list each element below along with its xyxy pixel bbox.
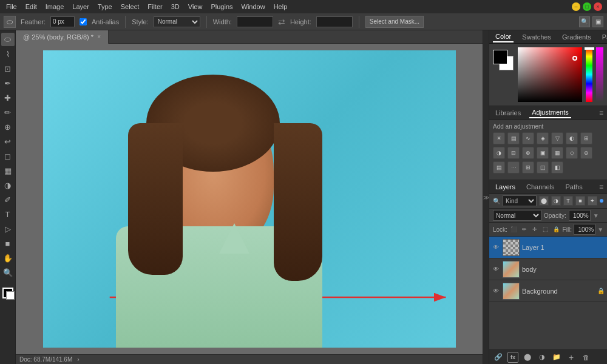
adj-levels[interactable]: ▤ — [507, 132, 520, 144]
hand-tool[interactable]: ✋ — [1, 251, 15, 265]
menu-layer[interactable]: Layer — [69, 2, 93, 12]
lock-pixels-btn[interactable]: ⬛ — [509, 224, 518, 234]
tab-libraries[interactable]: Libraries — [493, 108, 523, 118]
add-adjustment-btn[interactable]: ◑ — [537, 352, 548, 363]
opacity-input[interactable] — [569, 210, 591, 221]
fg-bg-swatches[interactable] — [493, 50, 514, 72]
adj-bw[interactable]: ◑ — [493, 147, 505, 159]
document-tab[interactable]: @ 25% (body, RGB/8) * × — [16, 30, 109, 44]
lock-transform-btn[interactable]: ✛ — [531, 224, 540, 234]
tab-color[interactable]: Color — [493, 32, 514, 42]
adj-curves[interactable]: ∿ — [522, 132, 534, 144]
layer-row-body[interactable]: 👁 body — [489, 258, 607, 280]
menu-image[interactable]: Image — [42, 2, 68, 12]
close-button[interactable]: × — [594, 2, 602, 11]
lock-paint-btn[interactable]: ✏ — [520, 224, 529, 234]
fill-arrow[interactable]: ▼ — [597, 226, 603, 233]
adj-color[interactable]: ▣ — [537, 147, 549, 159]
width-input[interactable] — [237, 16, 273, 27]
adj-vibrance[interactable]: ▽ — [551, 132, 563, 144]
history-tool[interactable]: ↩ — [1, 135, 15, 148]
menu-edit[interactable]: Edit — [22, 2, 41, 12]
pen-tool[interactable]: ✐ — [1, 193, 15, 206]
crop-tool[interactable]: ⊡ — [1, 62, 15, 75]
adj-selective[interactable]: ◇ — [566, 147, 578, 159]
fill-input[interactable] — [574, 224, 595, 235]
delete-layer-btn[interactable]: 🗑 — [580, 352, 591, 363]
shape-tool[interactable]: ■ — [1, 237, 15, 250]
add-layer-btn[interactable]: + — [566, 352, 577, 363]
filter-adj-icon[interactable]: ◑ — [551, 196, 561, 206]
type-tool[interactable]: T — [1, 207, 15, 221]
height-input[interactable] — [316, 16, 353, 27]
search-button[interactable]: 🔍 — [579, 16, 590, 27]
lock-all-btn[interactable]: 🔒 — [552, 224, 561, 234]
style-select[interactable]: Normal Fixed Ratio Fixed Size — [154, 16, 200, 27]
adj-brightness[interactable]: ☀ — [493, 132, 505, 144]
path-tool[interactable]: ▷ — [1, 222, 15, 235]
adj-shadows[interactable]: ◧ — [551, 161, 563, 174]
menu-view[interactable]: View — [185, 2, 206, 12]
clone-tool[interactable]: ⊕ — [1, 120, 15, 133]
foreground-color[interactable] — [2, 288, 13, 298]
status-arrow[interactable]: › — [77, 356, 79, 363]
menu-plugins[interactable]: Plugins — [207, 2, 236, 12]
menu-filter[interactable]: Filter — [144, 2, 166, 12]
brush-tool[interactable]: ✏ — [1, 106, 15, 119]
feather-input[interactable] — [50, 16, 75, 27]
select-mask-button[interactable]: Select and Mask... — [365, 16, 424, 28]
dodge-tool[interactable]: ◑ — [1, 178, 15, 192]
tab-channels[interactable]: Channels — [524, 182, 557, 192]
filter-pixel-icon[interactable]: ⬤ — [539, 196, 549, 206]
adj-hdr[interactable]: ◫ — [537, 161, 549, 174]
foreground-color-swatch[interactable] — [493, 50, 507, 64]
eyedropper-tool[interactable]: ✒ — [1, 76, 15, 90]
tab-layers[interactable]: Layers — [493, 182, 518, 192]
hue-slider[interactable] — [586, 47, 593, 102]
tab-patterns[interactable]: Patterns — [600, 32, 607, 42]
gradient-tool[interactable]: ▦ — [1, 164, 15, 177]
adj-exposure[interactable]: ◈ — [537, 132, 549, 144]
kind-select[interactable]: Kind — [503, 195, 537, 206]
zoom-tool[interactable]: 🔍 — [1, 266, 15, 279]
link-layers-btn[interactable]: 🔗 — [493, 352, 504, 363]
panel-collapse-handle[interactable]: ≫ — [483, 30, 489, 364]
bg-eye[interactable]: 👁 — [492, 287, 500, 295]
menu-select[interactable]: Select — [117, 2, 143, 12]
layers-panel-menu-icon[interactable]: ≡ — [599, 183, 603, 191]
adj-colorbalance[interactable]: ⊞ — [580, 132, 592, 144]
add-mask-btn[interactable]: ⬤ — [522, 352, 533, 363]
adj-gradient[interactable]: ▦ — [551, 147, 563, 159]
menu-file[interactable]: File — [2, 2, 21, 12]
marquee-tool[interactable]: ⬭ — [1, 33, 15, 46]
canvas[interactable] — [43, 50, 456, 348]
tab-paths[interactable]: Paths — [563, 182, 585, 192]
eraser-tool[interactable]: ◻ — [1, 149, 15, 163]
add-group-btn[interactable]: 📁 — [551, 352, 562, 363]
antialias-checkbox[interactable] — [80, 18, 87, 25]
adj-threshold[interactable]: ⋯ — [507, 161, 520, 174]
menu-3d[interactable]: 3D — [168, 2, 183, 12]
swap-icon[interactable]: ⇄ — [278, 17, 285, 27]
adj-photo[interactable]: ⊟ — [507, 147, 520, 159]
filter-shape-icon[interactable]: ■ — [575, 196, 585, 206]
minimize-button[interactable]: – — [572, 2, 580, 11]
adj-panel-menu-icon[interactable]: ≡ — [599, 109, 603, 117]
blend-mode-select[interactable]: Normal Multiply Screen Overlay — [493, 210, 541, 221]
layer1-eye[interactable]: 👁 — [492, 243, 500, 252]
layer-row-background[interactable]: 👁 Background 🔒 — [489, 280, 607, 302]
menu-window[interactable]: Window — [238, 2, 269, 12]
menu-help[interactable]: Help — [270, 2, 291, 12]
adj-hsl[interactable]: ◐ — [566, 132, 578, 144]
tab-adjustments[interactable]: Adjustments — [529, 107, 571, 118]
add-style-btn[interactable]: fx — [507, 352, 518, 363]
filter-type-icon[interactable]: T — [563, 196, 573, 206]
color-gradient-picker[interactable] — [518, 47, 582, 102]
alpha-slider[interactable] — [596, 47, 603, 102]
tab-swatches[interactable]: Swatches — [520, 32, 554, 42]
adj-selective2[interactable]: ⊞ — [522, 161, 534, 174]
panel-button[interactable]: ▣ — [592, 16, 603, 27]
filter-smart-icon[interactable]: ✦ — [588, 196, 597, 206]
menu-type[interactable]: Type — [94, 2, 116, 12]
layer-row-layer1[interactable]: 👁 Layer 1 — [489, 237, 607, 258]
